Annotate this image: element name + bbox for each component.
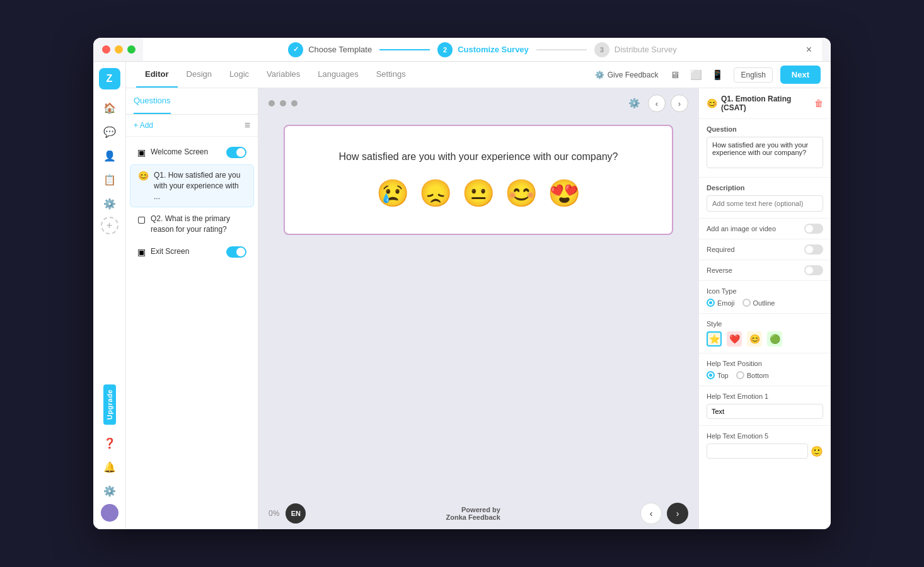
wizard-bar: ✓ Choose Template 2 Customize Survey 3 D… xyxy=(143,38,822,61)
list-item[interactable]: ▣ Exit Screen xyxy=(130,241,254,263)
description-input[interactable] xyxy=(707,195,823,212)
powered-by-line1: Powered by xyxy=(446,506,500,513)
emoji-1[interactable]: 😢 xyxy=(376,178,409,209)
prev-arrow[interactable]: ‹ xyxy=(640,503,662,524)
wizard-step-1[interactable]: ✓ Choose Template xyxy=(288,42,372,57)
nav-preferences[interactable]: ⚙️ xyxy=(99,480,120,501)
tab-questions[interactable]: Questions xyxy=(134,88,171,114)
tab-design[interactable]: Design xyxy=(178,62,221,88)
nav-notifications[interactable]: 🔔 xyxy=(99,456,120,478)
wizard-line-1 xyxy=(379,49,430,50)
question-text-input[interactable] xyxy=(707,137,823,168)
preview-next-button[interactable]: › xyxy=(671,94,688,112)
main-content-wrapper: Editor Design Logic Variables Languages … xyxy=(126,62,831,529)
nav-help[interactable]: ❓ xyxy=(99,432,120,454)
step1-circle: ✓ xyxy=(288,42,303,57)
emoji-radio-label: Emoji xyxy=(717,299,735,307)
style-swatch-heart[interactable]: ❤️ xyxy=(727,331,742,346)
sub-nav-right: ⚙️ Give Feedback 🖥 ⬜ 📱 English Next xyxy=(595,66,821,84)
delete-question-button[interactable]: 🗑 xyxy=(814,98,823,108)
list-item[interactable]: ▣ Welcome Screen xyxy=(130,142,254,163)
next-button[interactable]: Next xyxy=(780,66,821,84)
wizard-step-3[interactable]: 3 Distribute Survey xyxy=(594,42,677,57)
sub-nav-tabs: Editor Design Logic Variables Languages … xyxy=(136,62,415,88)
rp-required-row: Required xyxy=(699,239,831,260)
emoji-radio-dot xyxy=(707,299,715,307)
position-bottom[interactable]: Bottom xyxy=(736,371,769,379)
next-arrow[interactable]: › xyxy=(667,503,688,524)
feedback-label: Give Feedback xyxy=(608,71,659,79)
add-question-button[interactable]: + Add xyxy=(134,121,153,130)
emoji-rating-row: 😢 😞 😐 😊 😍 xyxy=(376,178,580,209)
maximize-button[interactable] xyxy=(127,45,136,54)
desktop-view-button[interactable]: 🖥 xyxy=(666,66,683,84)
language-selector[interactable]: English xyxy=(734,67,772,83)
nav-surveys[interactable]: 💬 xyxy=(99,121,120,142)
panel-tabs: Questions xyxy=(126,88,258,115)
titlebar: ✓ Choose Template 2 Customize Survey 3 D… xyxy=(93,38,831,62)
nav-settings-side[interactable]: ⚙️ xyxy=(99,193,120,214)
q1-label: Q1. How satisfied are you with your expe… xyxy=(154,170,246,202)
position-top[interactable]: Top xyxy=(707,371,729,379)
tab-languages[interactable]: Languages xyxy=(309,62,367,88)
help-emotion5-input[interactable] xyxy=(707,444,808,459)
close-button[interactable] xyxy=(102,45,110,54)
list-item[interactable]: ▢ Q2. What is the primary reason for you… xyxy=(130,209,254,240)
outline-radio-label: Outline xyxy=(753,299,775,307)
nav-reports[interactable]: 📋 xyxy=(99,169,120,190)
sub-nav: Editor Design Logic Variables Languages … xyxy=(126,62,831,88)
tab-editor[interactable]: Editor xyxy=(136,62,178,88)
add-image-label: Add an image or video xyxy=(707,225,776,232)
emoji-picker-button[interactable]: 🙂 xyxy=(811,445,823,457)
tab-settings[interactable]: Settings xyxy=(367,62,415,88)
wizard-close-button[interactable]: × xyxy=(806,44,812,55)
rp-icon-type-section: Icon Type Emoji Outline xyxy=(699,281,831,313)
reverse-toggle[interactable] xyxy=(804,265,823,275)
language-button[interactable]: EN xyxy=(286,503,306,524)
icon-type-label: Icon Type xyxy=(707,287,823,295)
give-feedback-button[interactable]: ⚙️ Give Feedback xyxy=(595,71,659,79)
rp-help-emotion5: Help Text Emotion 5 🙂 xyxy=(699,425,831,465)
user-avatar[interactable] xyxy=(101,504,118,522)
tab-variables[interactable]: Variables xyxy=(258,62,309,88)
add-image-toggle[interactable] xyxy=(804,224,823,234)
emoji-3[interactable]: 😐 xyxy=(462,178,495,209)
style-swatch-star[interactable]: ⭐ xyxy=(707,331,722,346)
survey-card: How satisfied are you with your experien… xyxy=(284,125,673,235)
help-emotion1-input[interactable] xyxy=(707,404,823,419)
mobile-view-button[interactable]: 📱 xyxy=(708,66,726,84)
rp-reverse-row: Reverse xyxy=(699,260,831,281)
preview-settings-button[interactable]: ⚙️ xyxy=(625,94,643,112)
rp-style-section: Style ⭐ ❤️ 😊 🟢 xyxy=(699,313,831,353)
rp-description-section: Description xyxy=(699,178,831,219)
required-toggle[interactable] xyxy=(804,244,823,255)
progress-text: 0% xyxy=(269,509,279,518)
nav-contacts[interactable]: 👤 xyxy=(99,145,120,166)
style-swatch-circle[interactable]: 🟢 xyxy=(767,331,782,346)
q2-icon: ▢ xyxy=(137,214,146,224)
welcome-toggle[interactable] xyxy=(226,147,246,158)
tablet-view-button[interactable]: ⬜ xyxy=(687,66,705,84)
nav-arrows: ‹ › xyxy=(640,503,688,524)
style-swatch-emoji[interactable]: 😊 xyxy=(747,331,762,346)
list-item[interactable]: 😊 Q1. How satisfied are you with your ex… xyxy=(130,164,254,207)
icon-type-emoji[interactable]: Emoji xyxy=(707,299,735,307)
sort-questions-button[interactable]: ≡ xyxy=(245,120,250,131)
nav-home[interactable]: 🏠 xyxy=(99,97,120,118)
emoji-5[interactable]: 😍 xyxy=(548,178,580,209)
emoji-2[interactable]: 😞 xyxy=(419,178,452,209)
exit-toggle[interactable] xyxy=(226,246,246,258)
tab-logic[interactable]: Logic xyxy=(221,62,258,88)
upgrade-button[interactable]: Upgrade xyxy=(103,384,116,425)
wizard-line-2 xyxy=(536,49,587,50)
emoji-4[interactable]: 😊 xyxy=(505,178,538,209)
wizard-step-2[interactable]: 2 Customize Survey xyxy=(437,42,529,57)
welcome-label: Welcome Screen xyxy=(151,147,221,158)
help-emotion5-input-row: 🙂 xyxy=(707,444,823,459)
icon-type-outline[interactable]: Outline xyxy=(742,299,775,307)
style-swatches: ⭐ ❤️ 😊 🟢 xyxy=(707,331,823,346)
top-radio-dot xyxy=(707,371,715,379)
nav-add[interactable]: + xyxy=(101,217,118,234)
minimize-button[interactable] xyxy=(115,45,123,54)
preview-prev-button[interactable]: ‹ xyxy=(648,94,666,112)
